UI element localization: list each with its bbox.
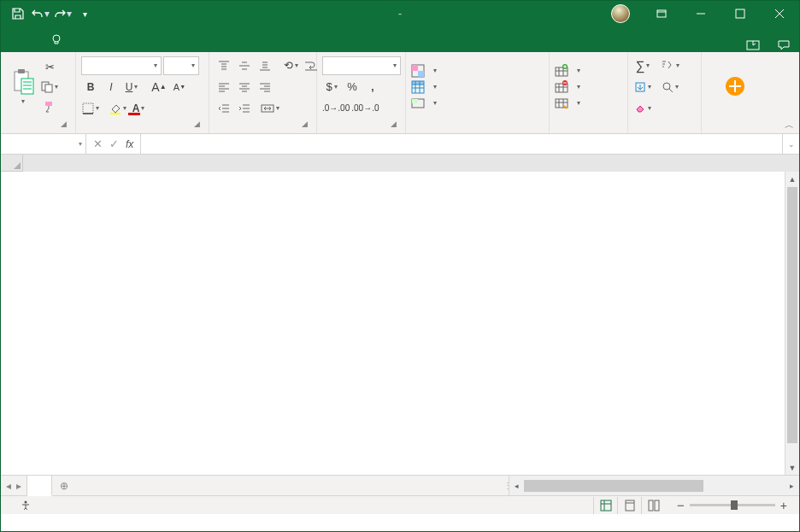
align-middle-button[interactable] bbox=[235, 56, 254, 75]
save-button[interactable] bbox=[8, 3, 28, 24]
undo-button[interactable]: ▾ bbox=[30, 3, 50, 24]
svg-rect-15 bbox=[418, 71, 424, 77]
format-painter-button[interactable] bbox=[40, 97, 59, 116]
fill-button[interactable]: ▾ bbox=[633, 78, 652, 96]
svg-rect-11 bbox=[110, 113, 121, 114]
name-box[interactable]: ▾ bbox=[1, 134, 86, 154]
tab-file[interactable] bbox=[7, 41, 31, 52]
ribbon-tabs bbox=[1, 26, 799, 52]
svg-rect-1 bbox=[736, 9, 744, 18]
increase-indent-button[interactable] bbox=[235, 99, 254, 118]
copy-button[interactable]: ▾ bbox=[40, 78, 59, 96]
comments-button[interactable] bbox=[768, 38, 799, 52]
addins-button[interactable] bbox=[718, 58, 752, 116]
vertical-scrollbar[interactable]: ▲▼ bbox=[785, 172, 799, 475]
account-button[interactable] bbox=[604, 4, 642, 23]
clipboard-launcher[interactable]: ◢ bbox=[58, 119, 68, 129]
close-button[interactable] bbox=[760, 1, 799, 26]
redo-button[interactable]: ▾ bbox=[52, 3, 73, 24]
tell-me[interactable] bbox=[41, 28, 77, 52]
normal-view-button[interactable] bbox=[593, 497, 617, 514]
qat-customize[interactable]: ▾ bbox=[74, 3, 95, 24]
delete-cells-button[interactable]: ▾ bbox=[555, 80, 580, 94]
svg-rect-29 bbox=[601, 500, 611, 511]
minimize-button[interactable] bbox=[681, 1, 721, 26]
decrease-decimal-button[interactable]: .00→.0 bbox=[351, 99, 379, 118]
align-center-button[interactable] bbox=[235, 78, 254, 96]
share-button[interactable] bbox=[738, 38, 768, 52]
font-launcher[interactable]: ◢ bbox=[191, 119, 202, 129]
borders-button[interactable]: ▾ bbox=[81, 99, 100, 118]
tab-nav-prev[interactable]: ◂ bbox=[6, 480, 11, 492]
svg-rect-19 bbox=[412, 99, 418, 103]
grow-font-button[interactable]: A▲ bbox=[150, 78, 168, 96]
increase-decimal-button[interactable]: .0→.00 bbox=[322, 99, 350, 118]
number-format-select[interactable]: ▾ bbox=[322, 56, 401, 75]
group-font: ▾ ▾ B I U▾ A▲ A▼ ▾ ▾ A▾ ◢ bbox=[76, 52, 209, 133]
underline-button[interactable]: U▾ bbox=[122, 78, 141, 96]
decrease-indent-button[interactable] bbox=[215, 99, 233, 118]
page-layout-view-button[interactable] bbox=[617, 497, 641, 514]
format-as-table-button[interactable]: ▾ bbox=[411, 80, 437, 94]
align-left-button[interactable] bbox=[215, 78, 233, 96]
font-color-button[interactable]: A▾ bbox=[129, 99, 148, 118]
svg-rect-31 bbox=[649, 500, 653, 511]
cancel-formula-button[interactable]: ✕ bbox=[93, 137, 103, 150]
group-cells: ▾ ▾ ▾ bbox=[550, 52, 628, 133]
formula-bar[interactable] bbox=[141, 134, 782, 154]
sheet-tab-sales[interactable] bbox=[27, 476, 52, 496]
cut-button[interactable]: ✂ bbox=[40, 58, 59, 77]
font-size-select[interactable]: ▾ bbox=[163, 56, 199, 75]
svg-rect-0 bbox=[657, 10, 666, 17]
maximize-button[interactable] bbox=[721, 1, 760, 26]
bold-button[interactable]: B bbox=[81, 78, 100, 96]
conditional-formatting-button[interactable]: ▾ bbox=[411, 64, 437, 78]
svg-point-2 bbox=[53, 35, 60, 42]
fill-color-button[interactable]: ▾ bbox=[109, 99, 127, 118]
autosum-button[interactable]: ∑▾ bbox=[633, 56, 652, 75]
svg-rect-8 bbox=[45, 85, 52, 92]
zoom-in-button[interactable]: + bbox=[780, 499, 787, 512]
accessibility-status[interactable] bbox=[20, 500, 35, 512]
ribbon-options-button[interactable] bbox=[642, 1, 681, 26]
sheet-tab-strip: ◂▸ ⊕ ⋮ ◂▸ bbox=[1, 475, 799, 495]
merge-button[interactable]: ▾ bbox=[261, 99, 279, 118]
page-break-view-button[interactable] bbox=[641, 497, 665, 514]
align-top-button[interactable] bbox=[215, 56, 233, 75]
comma-button[interactable]: , bbox=[363, 78, 382, 96]
percent-button[interactable]: % bbox=[343, 78, 362, 96]
cell-styles-button[interactable]: ▾ bbox=[411, 96, 437, 110]
orientation-button[interactable]: ⟲▾ bbox=[281, 56, 300, 75]
align-right-button[interactable] bbox=[256, 78, 274, 96]
group-number: ▾ $▾ % , .0→.00 .00→.0 ◢ bbox=[317, 52, 406, 133]
format-cells-button[interactable]: ▾ bbox=[555, 96, 580, 110]
svg-rect-6 bbox=[21, 79, 33, 94]
horizontal-scrollbar[interactable]: ◂▸ bbox=[509, 476, 799, 495]
paste-button[interactable]: ▾ bbox=[6, 58, 40, 116]
svg-rect-5 bbox=[18, 69, 25, 73]
shrink-font-button[interactable]: A▼ bbox=[170, 78, 189, 96]
svg-rect-30 bbox=[626, 500, 634, 511]
font-name-select[interactable]: ▾ bbox=[81, 56, 162, 75]
tab-nav-next[interactable]: ▸ bbox=[16, 480, 21, 492]
expand-formula-bar-button[interactable]: ⌄ bbox=[782, 134, 799, 154]
select-all-corner[interactable] bbox=[1, 155, 23, 172]
currency-button[interactable]: $▾ bbox=[322, 78, 341, 96]
fx-button[interactable]: fx bbox=[126, 138, 133, 150]
insert-cells-button[interactable]: ▾ bbox=[555, 64, 580, 78]
number-launcher[interactable]: ◢ bbox=[388, 119, 398, 129]
collapse-ribbon-button[interactable]: ︿ bbox=[785, 119, 794, 132]
sort-filter-button[interactable]: ▾ bbox=[661, 56, 679, 75]
avatar bbox=[611, 4, 630, 23]
clear-button[interactable]: ▾ bbox=[633, 99, 652, 118]
zoom-out-button[interactable]: − bbox=[677, 498, 685, 512]
enter-formula-button[interactable]: ✓ bbox=[109, 137, 119, 150]
alignment-launcher[interactable]: ◢ bbox=[299, 119, 309, 129]
align-bottom-button[interactable] bbox=[256, 56, 274, 75]
window-title: - bbox=[396, 8, 405, 20]
zoom-slider[interactable] bbox=[690, 504, 775, 506]
italic-button[interactable]: I bbox=[102, 78, 121, 96]
find-button[interactable]: ▾ bbox=[661, 78, 679, 96]
new-sheet-button[interactable]: ⊕ bbox=[52, 476, 76, 495]
group-addins bbox=[702, 52, 768, 133]
